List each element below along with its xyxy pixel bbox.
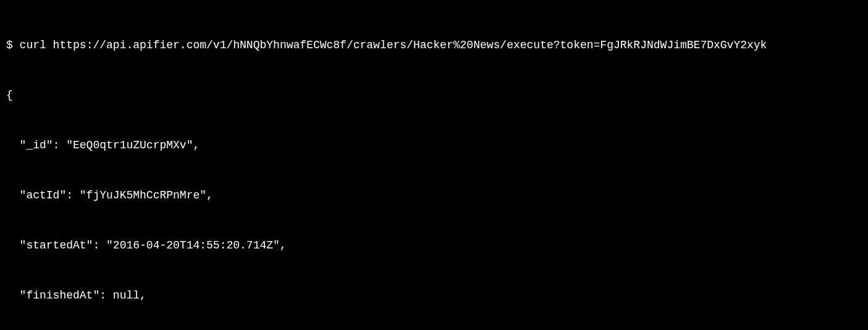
curl-command: curl https://api.apifier.com/v1/hNNQbYhn…: [20, 39, 767, 51]
command-line: $ curl https://api.apifier.com/v1/hNNQbY…: [6, 37, 862, 54]
json-response-line: "startedAt": "2016-04-20T14:55:20.714Z",: [6, 237, 862, 254]
shell-prompt: $: [6, 39, 20, 51]
json-response-line: {: [6, 87, 862, 104]
json-response-line: "_id": "EeQ0qtr1uZUcrpMXv",: [6, 137, 862, 154]
json-response-line: "actId": "fjYuJK5MhCcRPnMre",: [6, 187, 862, 204]
json-response-line: "finishedAt": null,: [6, 287, 862, 304]
terminal-output: $ curl https://api.apifier.com/v1/hNNQbY…: [6, 4, 862, 330]
